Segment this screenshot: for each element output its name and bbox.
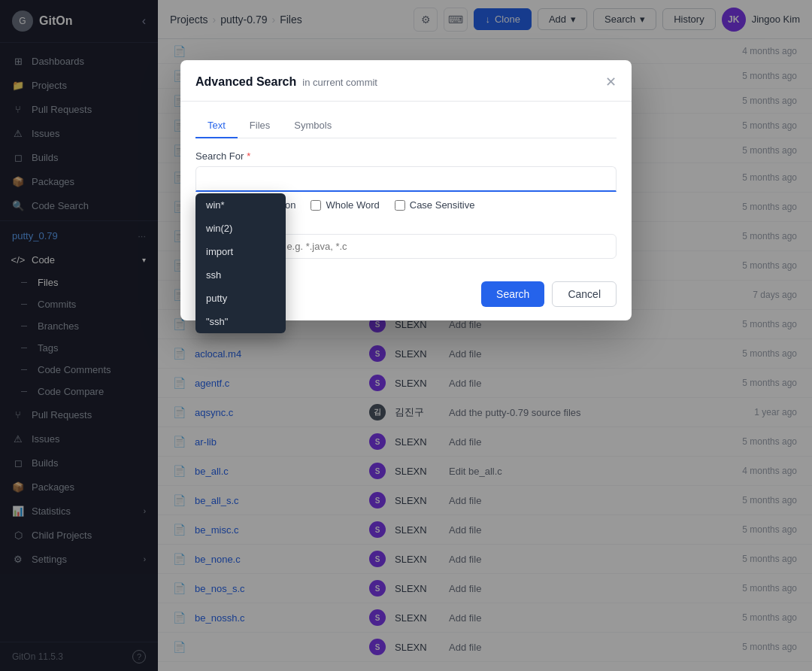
autocomplete-item[interactable]: ssh (195, 263, 286, 287)
cancel-button[interactable]: Cancel (552, 281, 617, 307)
autocomplete-item[interactable]: import (195, 240, 286, 263)
autocomplete-dropdown: win* win(2) import ssh putty "ssh" (195, 193, 286, 333)
whole-word-checkbox-label[interactable]: Whole Word (311, 199, 379, 211)
modal-overlay[interactable]: Advanced Search in current commit ✕ Text… (0, 0, 812, 671)
tab-symbols[interactable]: Symbols (282, 114, 344, 138)
modal-body: Text Files Symbols Search For * win* win… (180, 102, 632, 271)
search-for-input[interactable] (195, 166, 617, 192)
case-sensitive-checkbox-label[interactable]: Case Sensitive (395, 199, 475, 211)
autocomplete-item[interactable]: "ssh" (195, 310, 286, 333)
autocomplete-item[interactable]: putty (195, 287, 286, 310)
autocomplete-item[interactable]: win(2) (195, 217, 286, 240)
autocomplete-item[interactable]: win* (195, 193, 286, 217)
modal-tabs: Text Files Symbols (195, 114, 617, 138)
search-input-wrapper: win* win(2) import ssh putty "ssh" (195, 166, 617, 192)
case-sensitive-checkbox[interactable] (395, 200, 405, 211)
tab-files[interactable]: Files (238, 114, 282, 138)
modal-close-button[interactable]: ✕ (605, 74, 617, 90)
advanced-search-modal: Advanced Search in current commit ✕ Text… (180, 60, 632, 320)
modal-header: Advanced Search in current commit ✕ (180, 60, 632, 102)
whole-word-checkbox[interactable] (311, 200, 321, 211)
modal-subtitle: in current commit (302, 77, 377, 88)
modal-title: Advanced Search in current commit (195, 75, 377, 89)
search-submit-button[interactable]: Search (481, 281, 544, 307)
search-for-label: Search For * (195, 150, 617, 162)
tab-text[interactable]: Text (195, 114, 238, 138)
required-indicator: * (247, 150, 250, 162)
